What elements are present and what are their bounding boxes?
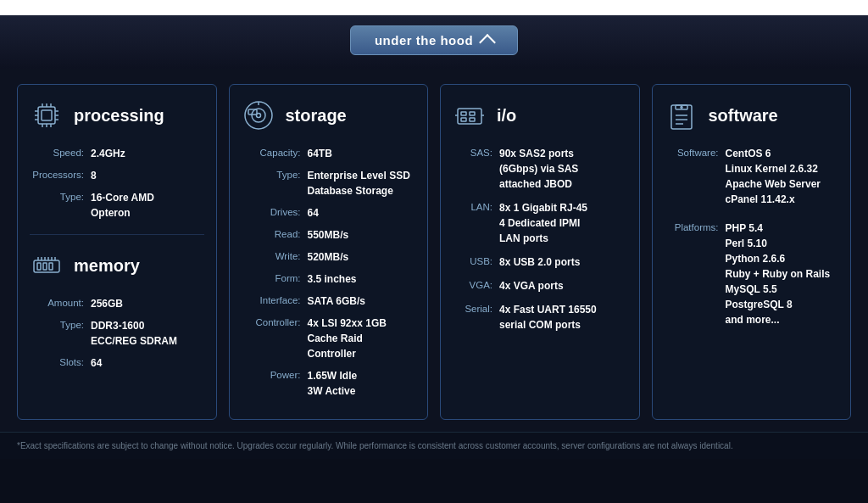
spec-value: SATA 6GB/s bbox=[308, 293, 416, 309]
spec-row: Processors: 8 bbox=[30, 168, 204, 183]
ram-icon bbox=[30, 249, 64, 282]
under-the-hood-button[interactable]: under the hood bbox=[350, 25, 518, 55]
spec-value: 8 bbox=[91, 168, 204, 183]
svg-rect-32 bbox=[470, 112, 475, 115]
svg-point-24 bbox=[245, 102, 272, 129]
spec-row: USB: 8x USB 2.0 ports bbox=[453, 254, 627, 270]
storage-title: storage bbox=[286, 106, 347, 126]
spec-label: Type: bbox=[30, 318, 91, 349]
spec-label: Capacity: bbox=[242, 146, 308, 161]
spec-value: 2.4GHz bbox=[91, 146, 204, 161]
spec-label: Platforms: bbox=[665, 221, 726, 327]
spec-label: Speed: bbox=[30, 146, 91, 161]
software-icon bbox=[665, 98, 698, 132]
spec-row: Serial: 4x Fast UART 16550serial COM por… bbox=[453, 302, 627, 333]
spec-label: Type: bbox=[242, 168, 308, 198]
spec-row: Type: Enterprise Level SSDDatabase Stora… bbox=[242, 168, 416, 198]
processing-header: processing bbox=[30, 98, 204, 132]
button-label: under the hood bbox=[375, 33, 473, 48]
spec-value: 4x LSI 92xx 1GBCache RaidController bbox=[308, 316, 416, 361]
spec-value: Enterprise Level SSDDatabase Storage bbox=[308, 168, 416, 198]
software-header: software bbox=[665, 98, 839, 132]
io-card: i/o SAS: 90x SAS2 ports(6Gbps) via SASat… bbox=[440, 84, 640, 420]
spec-row: Speed: 2.4GHz bbox=[30, 146, 204, 161]
spec-row: Controller: 4x LSI 92xx 1GBCache RaidCon… bbox=[242, 316, 416, 361]
spec-row: Slots: 64 bbox=[30, 355, 204, 371]
spec-label: Software: bbox=[665, 146, 726, 207]
spec-label: Power: bbox=[242, 368, 308, 399]
io-header: i/o bbox=[453, 98, 627, 132]
spec-value: 64TB bbox=[308, 146, 416, 161]
svg-rect-0 bbox=[38, 107, 55, 124]
processing-memory-card: processing Speed: 2.4GHz Processors: 8 T… bbox=[17, 84, 217, 420]
spec-value: 3.5 inches bbox=[308, 271, 416, 287]
io-icon bbox=[453, 98, 487, 132]
spec-row: LAN: 8x 1 Gigabit RJ-454 Dedicated IPMIL… bbox=[453, 200, 627, 246]
spec-row: Interface: SATA 6GB/s bbox=[242, 293, 416, 309]
spec-row: VGA: 4x VGA ports bbox=[453, 278, 627, 293]
svg-rect-33 bbox=[470, 118, 475, 121]
spec-value: 1.65W Idle3W Active bbox=[308, 368, 416, 399]
svg-point-25 bbox=[252, 109, 265, 122]
software-card: software Software: CentOS 6Linux Kernel … bbox=[652, 84, 852, 420]
svg-rect-22 bbox=[43, 263, 47, 270]
spec-value: PHP 5.4Perl 5.10Python 2.6.6Ruby + Ruby … bbox=[726, 221, 839, 327]
spec-label: Processors: bbox=[30, 168, 91, 183]
spec-row: Software: CentOS 6Linux Kernel 2.6.32Apa… bbox=[665, 146, 839, 207]
spec-row: Type: DDR3-1600ECC/REG SDRAM bbox=[30, 318, 204, 349]
spec-label: USB: bbox=[453, 254, 499, 270]
spec-label: VGA: bbox=[453, 278, 499, 293]
spec-row: Type: 16-Core AMDOpteron bbox=[30, 190, 204, 221]
storage-header: storage bbox=[242, 98, 416, 132]
spec-value: 8x USB 2.0 ports bbox=[499, 254, 627, 270]
spec-label: Amount: bbox=[30, 296, 91, 311]
software-title: software bbox=[709, 106, 778, 126]
spec-label: Serial: bbox=[453, 302, 499, 333]
spec-label: LAN: bbox=[453, 200, 499, 246]
footer-text: *Exact specifications are subject to cha… bbox=[17, 441, 733, 450]
spec-value: 4x VGA ports bbox=[499, 278, 627, 293]
spec-row: Form: 3.5 inches bbox=[242, 271, 416, 287]
spec-value: 550MB/s bbox=[308, 227, 416, 243]
memory-title: memory bbox=[74, 256, 140, 276]
footer: *Exact specifications are subject to cha… bbox=[0, 432, 868, 459]
spec-label: Read: bbox=[242, 227, 308, 243]
spec-value: 8x 1 Gigabit RJ-454 Dedicated IPMILAN po… bbox=[499, 200, 627, 246]
storage-card: storage Capacity: 64TB Type: Enterprise … bbox=[229, 84, 429, 420]
svg-rect-21 bbox=[37, 263, 41, 270]
spec-row: Amount: 256GB bbox=[30, 296, 204, 311]
spec-value: 16-Core AMDOpteron bbox=[91, 190, 204, 221]
spec-label: Drives: bbox=[242, 205, 308, 221]
spec-value: 90x SAS2 ports(6Gbps) via SASattached JB… bbox=[499, 146, 627, 192]
chevron-up-icon bbox=[479, 34, 496, 51]
spec-label: Write: bbox=[242, 249, 308, 265]
disk-icon bbox=[242, 98, 275, 132]
main-content: processing Speed: 2.4GHz Processors: 8 T… bbox=[0, 69, 868, 432]
spec-value: CentOS 6Linux Kernel 2.6.32Apache Web Se… bbox=[726, 146, 839, 207]
svg-point-38 bbox=[681, 107, 682, 109]
spec-label: Slots: bbox=[30, 355, 91, 371]
spec-value: 256GB bbox=[91, 296, 204, 311]
svg-rect-30 bbox=[461, 112, 466, 115]
spec-value: 64 bbox=[308, 205, 416, 221]
spec-value: DDR3-1600ECC/REG SDRAM bbox=[91, 318, 204, 349]
spec-row: Read: 550MB/s bbox=[242, 227, 416, 243]
spec-row: Platforms: PHP 5.4Perl 5.10Python 2.6.6R… bbox=[665, 221, 839, 327]
spec-label: SAS: bbox=[453, 146, 499, 192]
card-divider bbox=[30, 234, 204, 235]
spec-value: 4x Fast UART 16550serial COM ports bbox=[499, 302, 627, 333]
memory-header: memory bbox=[30, 249, 204, 282]
spec-row: Power: 1.65W Idle3W Active bbox=[242, 368, 416, 399]
spec-label: Form: bbox=[242, 271, 308, 287]
spec-row: SAS: 90x SAS2 ports(6Gbps) via SASattach… bbox=[453, 146, 627, 192]
spec-row: Capacity: 64TB bbox=[242, 146, 416, 161]
spec-value: 64 bbox=[91, 355, 204, 371]
processing-title: processing bbox=[74, 106, 164, 126]
spec-label: Interface: bbox=[242, 293, 308, 309]
cpu-icon bbox=[30, 98, 64, 132]
svg-rect-31 bbox=[461, 118, 466, 121]
io-title: i/o bbox=[497, 106, 516, 126]
spec-label: Type: bbox=[30, 190, 91, 221]
header-section: under the hood bbox=[0, 15, 868, 69]
spec-label: Controller: bbox=[242, 316, 308, 361]
